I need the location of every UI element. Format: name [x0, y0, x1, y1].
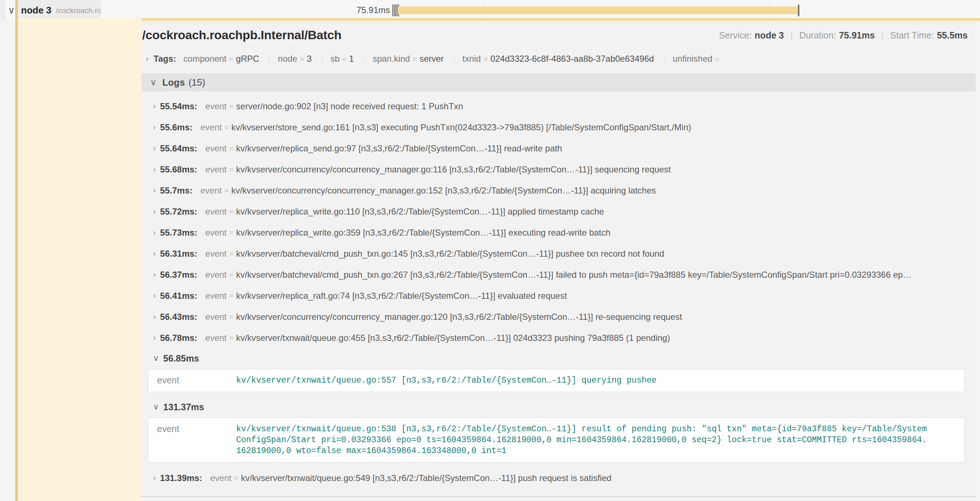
- log-field-key: event: [157, 375, 236, 386]
- equals-sign: =: [300, 55, 304, 63]
- chevron-down-icon[interactable]: ∨: [153, 402, 159, 412]
- chevron-down-icon[interactable]: ∨: [153, 354, 159, 363]
- chevron-right-icon[interactable]: ›: [153, 207, 156, 216]
- log-event-value: kv/kvserver/txnwait/queue.go:538 [n3,s3,…: [236, 424, 927, 456]
- logs-footer-note: Log timestamps are relative to the start…: [142, 492, 976, 497]
- logs-title: Logs: [162, 77, 185, 88]
- meta-divider: |: [790, 30, 793, 41]
- log-field-key: event: [210, 473, 231, 483]
- selected-row-strip: [101, 18, 980, 21]
- trace-timeline-row: ∨ node 3 /cockroach.roach… 75.91ms: [0, 0, 980, 21]
- chevron-right-icon[interactable]: ›: [153, 474, 156, 483]
- log-entry-row[interactable]: › 55.6ms: event = kv/kvserver/store_send…: [142, 117, 976, 138]
- tag-item: span.kind=server: [364, 54, 454, 64]
- span-name-cell[interactable]: node 3 /cockroach.roach…: [18, 0, 101, 21]
- log-entry-row[interactable]: › 55.72ms: event = kv/kvserver/replica_w…: [142, 201, 976, 222]
- chevron-right-icon[interactable]: ›: [153, 270, 156, 279]
- log-event-value: kv/kvserver/txnwait/queue.go:557 [n3,s3,…: [236, 375, 657, 386]
- equals-sign: =: [229, 207, 234, 216]
- left-gutter: [0, 0, 5, 21]
- tag-item: component=gRPC: [183, 54, 270, 64]
- log-entry-row[interactable]: › 56.41ms: event = kv/kvserver/replica_r…: [142, 286, 976, 306]
- span-duration-bar[interactable]: [398, 6, 798, 14]
- log-field-key: event: [205, 312, 227, 322]
- equals-sign: =: [229, 249, 234, 258]
- log-entry-row[interactable]: › 55.7ms: event = kv/kvserver/concurrenc…: [142, 180, 976, 201]
- tag-value: 1: [349, 54, 354, 64]
- log-timestamp: 56.31ms:: [160, 249, 197, 259]
- log-timestamp: 55.68ms:: [160, 164, 197, 175]
- chevron-right-icon[interactable]: ›: [153, 291, 156, 301]
- log-entry-row[interactable]: ∨ 131.37ms: [142, 397, 976, 417]
- log-entry-row[interactable]: › 55.68ms: event = kv/kvserver/concurren…: [142, 159, 976, 180]
- log-field-key: event: [205, 249, 227, 259]
- log-message: kv/kvserver/replica_write.go:110 [n3,s3,…: [236, 207, 604, 217]
- log-timestamp: 55.72ms:: [160, 207, 197, 217]
- duration-value: 75.91ms: [839, 30, 875, 41]
- log-message: server/node.go:902 [n3] node received re…: [236, 101, 463, 112]
- log-message: kv/kvserver/replica_write.go:359 [n3,s3,…: [236, 228, 611, 238]
- chevron-right-icon[interactable]: ›: [153, 333, 156, 343]
- log-entry-row[interactable]: › 56.43ms: event = kv/kvserver/concurren…: [142, 306, 976, 327]
- log-entry-row[interactable]: › 56.78ms: event = kv/kvserver/txnwait/q…: [142, 327, 976, 348]
- log-field-key: event: [205, 144, 227, 153]
- log-message: kv/kvserver/concurrency/concurrency_mana…: [236, 164, 671, 175]
- chevron-right-icon[interactable]: ›: [153, 228, 156, 238]
- log-timestamp: 56.43ms:: [160, 312, 197, 322]
- chevron-right-icon[interactable]: ›: [153, 144, 156, 153]
- tag-item: txnid=024d3323-6c8f-4863-aa8b-37ab0e6349…: [454, 54, 665, 64]
- chevron-right-icon[interactable]: ›: [153, 165, 156, 174]
- tag-key: unfinished: [673, 54, 712, 64]
- chevron-down-icon[interactable]: ∨: [150, 77, 157, 88]
- equals-sign: =: [229, 313, 234, 321]
- logs-count: (15): [189, 77, 205, 88]
- log-field-key: event: [200, 122, 222, 132]
- log-timestamp: 55.64ms:: [160, 144, 197, 153]
- equals-sign: =: [229, 165, 234, 174]
- chevron-right-icon[interactable]: ›: [153, 312, 156, 322]
- log-field-key: event: [205, 228, 227, 238]
- log-entry-row[interactable]: › 55.73ms: event = kv/kvserver/replica_w…: [142, 222, 976, 243]
- equals-sign: =: [229, 102, 234, 111]
- log-entry-row[interactable]: › 56.31ms: event = kv/kvserver/batcheval…: [142, 243, 976, 264]
- tag-key: span.kind: [373, 54, 410, 64]
- span-end-marker: [798, 5, 799, 16]
- log-entry-row[interactable]: ∨ 56.85ms: [142, 348, 976, 368]
- span-operation-title: /cockroach.roachpb.Internal/Batch: [142, 28, 341, 42]
- tag-value: 024d3323-6c8f-4863-aa8b-37ab0e63496d: [490, 54, 654, 64]
- chevron-right-icon[interactable]: ›: [146, 54, 148, 64]
- tag-value: 3: [307, 54, 312, 64]
- right-page-margin: [976, 21, 980, 501]
- chevron-right-icon[interactable]: ›: [153, 186, 156, 195]
- chevron-right-icon[interactable]: ›: [153, 249, 156, 258]
- span-operation-name: /cockroach.roach…: [56, 6, 101, 15]
- log-message: kv/kvserver/concurrency/concurrency_mana…: [231, 185, 656, 196]
- logs-accordion-header[interactable]: ∨ Logs (15): [142, 73, 976, 91]
- detail-row-highlight-column: [18, 18, 142, 501]
- chevron-right-icon[interactable]: ›: [153, 123, 156, 132]
- start-time-label: Start Time:: [890, 30, 934, 41]
- log-entry-row[interactable]: › 55.54ms: event = server/node.go:902 [n…: [142, 96, 976, 117]
- log-entry-row[interactable]: › 55.64ms: event = kv/kvserver/replica_s…: [142, 138, 976, 159]
- chevron-right-icon[interactable]: ›: [153, 102, 156, 111]
- log-event-detail-box: event kv/kvserver/txnwait/queue.go:538 […: [148, 418, 965, 463]
- equals-sign: =: [484, 55, 488, 63]
- span-detail-panel: /cockroach.roachpb.Internal/Batch Servic…: [142, 21, 976, 497]
- span-duration-label: 75.91ms: [356, 5, 390, 15]
- log-field-key: event: [200, 185, 222, 196]
- meta-divider: |: [881, 30, 884, 41]
- service-value: node 3: [755, 30, 784, 41]
- equals-sign: =: [229, 55, 233, 63]
- log-field-key: event: [205, 101, 227, 112]
- log-entry-row[interactable]: › 131.39ms: event = kv/kvserver/txnwait/…: [142, 467, 976, 489]
- log-timestamp: 56.78ms:: [160, 333, 197, 343]
- collapse-span-chevron-icon[interactable]: ∨: [8, 5, 15, 16]
- tags-label: Tags:: [153, 54, 176, 64]
- tags-accordion[interactable]: › Tags: component=gRPC node=3 sb=1 span.…: [144, 54, 976, 64]
- tag-item: node=3: [269, 54, 322, 64]
- log-field-key: event: [205, 291, 227, 301]
- log-entry-row[interactable]: › 56.37ms: event = kv/kvserver/batcheval…: [142, 264, 976, 286]
- equals-sign: =: [229, 144, 234, 153]
- equals-sign: =: [412, 55, 417, 63]
- log-timestamp: 56.85ms: [163, 353, 199, 364]
